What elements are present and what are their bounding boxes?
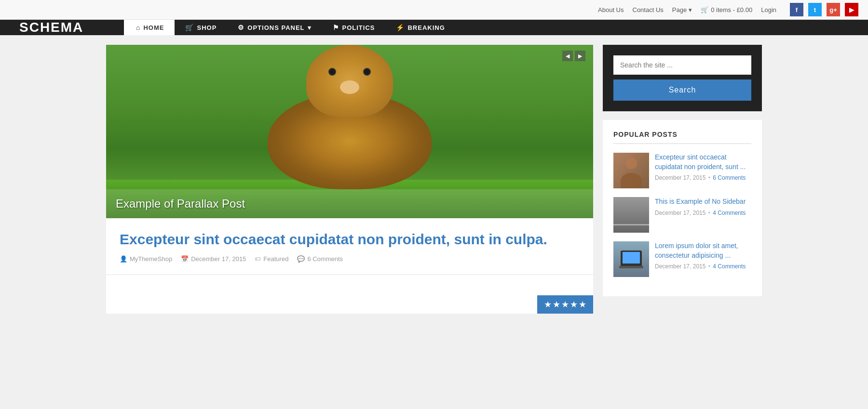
cart-area[interactable]: 🛒 0 items - £0.00 — [701, 6, 752, 13]
about-us-link[interactable]: About Us — [598, 6, 624, 13]
nav-breaking-label: BREAKING — [407, 24, 445, 31]
popular-post-thumb-3 — [613, 241, 649, 277]
popular-post-comments-2[interactable]: 4 Comments — [713, 210, 746, 216]
laptop-shape — [621, 251, 642, 266]
lightning-icon: ⚡ — [396, 24, 405, 31]
nav-options-panel[interactable]: ⚙ OPTIONS PANEL ▾ — [227, 20, 322, 35]
post-author: 👤 MyThemeShop — [120, 255, 172, 263]
nav-home[interactable]: ⌂ HOME — [125, 20, 175, 35]
popular-posts-title: POPULAR POSTS — [613, 131, 751, 144]
popular-post-date-1: December 17, 2015 — [655, 174, 705, 181]
popular-post-comments-1[interactable]: 6 Comments — [713, 174, 746, 181]
guinea-pig-nose — [340, 80, 359, 94]
search-input[interactable] — [613, 55, 751, 75]
thumb-bridge-image — [613, 197, 649, 233]
post-meta: 👤 MyThemeShop 📅 December 17, 2015 🏷 Feat… — [120, 255, 580, 263]
second-post-preview: ★ ★ ★ ★ ★ — [106, 275, 593, 314]
nav-shop[interactable]: 🛒 SHOP — [175, 20, 227, 35]
post-title[interactable]: Excepteur sint occaecat cupidatat non pr… — [120, 230, 580, 249]
nav-politics[interactable]: ⚑ POLITICS — [322, 20, 386, 35]
popular-post-info-2: This is Example of No Sidebar December 1… — [655, 197, 751, 216]
caption-text: Example of Parallax Post — [116, 197, 245, 210]
tag-icon: 🏷 — [255, 255, 261, 263]
popular-post-thumb-1 — [613, 153, 649, 188]
thumb-laptop-image — [613, 241, 649, 277]
popular-posts-widget: POPULAR POSTS Excepteur sint occaecat cu… — [603, 120, 762, 296]
popular-post-meta-2: December 17, 2015 • 4 Comments — [655, 210, 751, 216]
star-5: ★ — [579, 299, 586, 310]
social-icons: f t g+ ▶ — [790, 3, 858, 16]
featured-post-card: ◀ ▶ Example of Parallax Post Excepteur s… — [106, 45, 593, 274]
popular-post-item-1: Excepteur sint occaecat cupidatat non pr… — [613, 153, 751, 188]
rating-stars: ★ ★ ★ ★ ★ — [537, 295, 593, 314]
search-button[interactable]: Search — [613, 79, 751, 101]
popular-post-date-2: December 17, 2015 — [655, 210, 705, 216]
popular-post-meta-3: December 17, 2015 • 4 Comments — [655, 263, 751, 270]
star-3: ★ — [561, 299, 569, 310]
home-icon: ⌂ — [136, 24, 140, 31]
nav-breaking[interactable]: ⚡ BREAKING — [385, 20, 455, 35]
youtube-icon[interactable]: ▶ — [845, 3, 858, 16]
popular-post-date-3: December 17, 2015 — [655, 263, 705, 270]
login-link[interactable]: Login — [761, 6, 776, 13]
popular-post-info-3: Lorem ipsum dolor sit amet, consectetur … — [655, 241, 751, 270]
site-content: ◀ ▶ Example of Parallax Post Excepteur s… — [96, 35, 772, 323]
thumb-person-image — [613, 153, 649, 188]
post-category[interactable]: 🏷 Featured — [255, 255, 288, 263]
popular-post-title-3[interactable]: Lorem ipsum dolor sit amet, consectetur … — [655, 241, 751, 260]
top-bar: About Us Contact Us Page ▾ 🛒 0 items - £… — [0, 0, 868, 20]
guinea-pig-eye-left — [328, 68, 336, 76]
prev-slide-button[interactable]: ◀ — [562, 51, 573, 61]
calendar-icon: 📅 — [181, 255, 189, 263]
cart-icon: 🛒 — [701, 6, 708, 13]
facebook-icon[interactable]: f — [790, 3, 803, 16]
search-widget: Search — [603, 45, 762, 111]
page-menu[interactable]: Page ▾ — [672, 6, 692, 13]
contact-us-link[interactable]: Contact Us — [633, 6, 664, 13]
author-icon: 👤 — [120, 255, 127, 263]
site-header: SCHEMA ⌂ HOME 🛒 SHOP ⚙ OPTIONS PANEL ▾ ⚑… — [0, 20, 868, 35]
post-comments[interactable]: 💬 6 Comments — [297, 255, 343, 263]
image-navigation: ◀ ▶ — [562, 51, 585, 61]
post-content: Excepteur sint occaecat cupidatat non pr… — [106, 218, 593, 274]
featured-image-wrapper: ◀ ▶ Example of Parallax Post — [106, 45, 593, 218]
flag-icon: ⚑ — [333, 24, 339, 31]
twitter-icon[interactable]: t — [808, 3, 822, 16]
nav-home-label: HOME — [143, 24, 164, 31]
nav-politics-label: POLITICS — [342, 24, 375, 31]
laptop-base — [619, 266, 643, 268]
popular-post-meta-1: December 17, 2015 • 6 Comments — [655, 174, 751, 181]
next-slide-button[interactable]: ▶ — [575, 51, 585, 61]
star-4: ★ — [570, 299, 578, 310]
nav-options-label: OPTIONS PANEL — [247, 24, 304, 31]
sidebar: Search POPULAR POSTS Excepteur sint occa… — [603, 45, 762, 314]
popular-post-title-2[interactable]: This is Example of No Sidebar — [655, 197, 751, 207]
main-content: ◀ ▶ Example of Parallax Post Excepteur s… — [106, 45, 593, 314]
popular-post-item-2: This is Example of No Sidebar December 1… — [613, 197, 751, 233]
gplus-icon[interactable]: g+ — [827, 3, 840, 16]
cart-nav-icon: 🛒 — [185, 24, 194, 31]
image-caption: Example of Parallax Post — [106, 189, 593, 218]
page-label: Page — [672, 6, 687, 13]
post-date: 📅 December 17, 2015 — [181, 255, 246, 263]
popular-post-comments-3[interactable]: 4 Comments — [713, 263, 746, 270]
popular-post-item-3: Lorem ipsum dolor sit amet, consectetur … — [613, 241, 751, 277]
cart-count: 0 items - £0.00 — [711, 6, 752, 13]
options-chevron-icon: ▾ — [308, 24, 312, 31]
gear-icon: ⚙ — [238, 24, 244, 31]
chevron-down-icon: ▾ — [689, 6, 692, 13]
star-1: ★ — [544, 299, 552, 310]
popular-post-thumb-2 — [613, 197, 649, 233]
nav-shop-label: SHOP — [197, 24, 217, 31]
comment-icon: 💬 — [297, 255, 305, 263]
star-2: ★ — [553, 299, 560, 310]
popular-post-title-1[interactable]: Excepteur sint occaecat cupidatat non pr… — [655, 153, 751, 172]
guinea-pig-eye-right — [363, 68, 371, 76]
site-logo[interactable]: SCHEMA — [0, 20, 125, 35]
laptop-screen — [623, 252, 640, 264]
popular-post-info-1: Excepteur sint occaecat cupidatat non pr… — [655, 153, 751, 181]
main-nav: ⌂ HOME 🛒 SHOP ⚙ OPTIONS PANEL ▾ ⚑ POLITI… — [125, 20, 868, 35]
